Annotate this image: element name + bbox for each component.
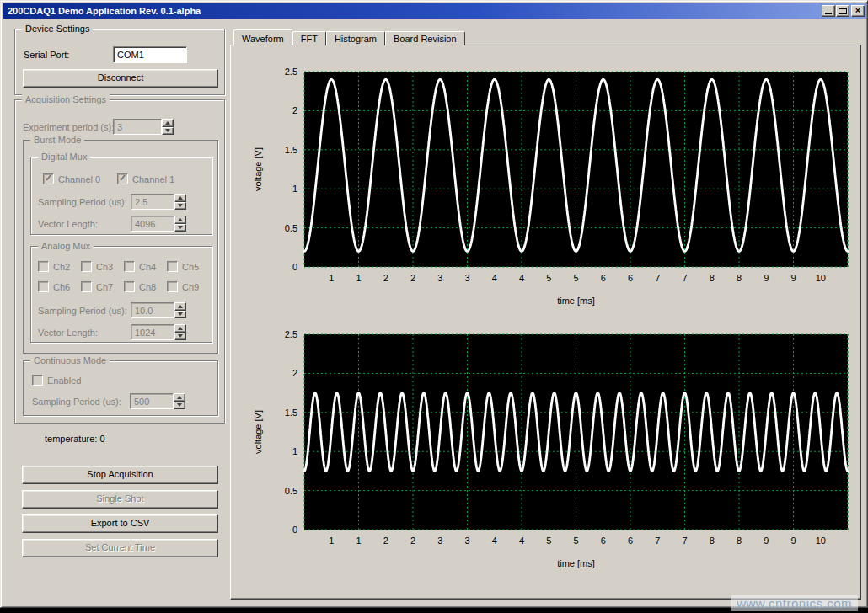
x-tick-label: 4 — [492, 536, 497, 546]
spinner-value[interactable]: 3 — [113, 119, 162, 135]
spinner-down-icon[interactable] — [174, 402, 185, 410]
x-tick-label: 3 — [464, 536, 469, 546]
x-tick-label: 4 — [519, 536, 524, 546]
spinner-down-icon[interactable] — [174, 333, 186, 341]
checkbox-box[interactable] — [38, 261, 49, 272]
checkbox-label: Ch7 — [96, 282, 113, 292]
checkbox-label: Channel 1 — [132, 174, 174, 184]
spinner-value[interactable]: 10.0 — [131, 302, 174, 318]
spinner-up-icon[interactable] — [174, 393, 185, 402]
x-tick-label: 1 — [329, 536, 334, 546]
checkbox-channel-0[interactable]: Channel 0 — [43, 173, 100, 184]
checkbox-label: Ch5 — [182, 262, 199, 272]
spinner-value[interactable]: 500 — [130, 393, 174, 409]
waveform-chart-top: 00.511.522.511223344556677889910time [ms… — [249, 65, 856, 316]
checkbox-ch5[interactable]: Ch5 — [167, 261, 199, 272]
checkbox-box[interactable] — [117, 173, 128, 184]
analog-vector-length-spinner[interactable]: 1024 — [131, 324, 186, 340]
tab-histogram[interactable]: Histogram — [326, 31, 385, 45]
x-tick-label: 9 — [764, 536, 769, 546]
serial-port-label: Serial Port: — [24, 50, 69, 60]
spinner-buttons — [174, 216, 186, 232]
checkbox-ch9[interactable]: Ch9 — [167, 281, 199, 292]
spinner-down-icon[interactable] — [162, 127, 174, 136]
window-title: 200CDAQ1 Demo Application Rev. 0.1-alpha — [8, 6, 201, 16]
waveform-chart-bottom: 00.511.522.511223344556677889910time [ms… — [249, 328, 856, 578]
checkbox-box[interactable] — [124, 281, 135, 292]
spinner-down-icon[interactable] — [174, 311, 186, 319]
y-tick-label: 2.5 — [285, 329, 297, 339]
checkbox-box[interactable] — [43, 173, 54, 184]
stop-acquisition-button[interactable]: Stop Acquisition — [22, 466, 218, 484]
spinner-up-icon[interactable] — [174, 194, 186, 202]
checkbox-ch2[interactable]: Ch2 — [38, 261, 70, 272]
tab-waveform[interactable]: Waveform — [233, 29, 292, 46]
checkbox-ch6[interactable]: Ch6 — [38, 281, 70, 292]
device-settings-group: Device Settings Serial Port: COM1 Discon… — [14, 29, 225, 95]
checkbox-box[interactable] — [167, 281, 178, 292]
maximize-icon[interactable] — [836, 5, 849, 17]
checkbox-channel-1[interactable]: Channel 1 — [117, 173, 174, 184]
x-tick-label: 7 — [682, 536, 687, 546]
title-bar[interactable]: 200CDAQ1 Demo Application Rev. 0.1-alpha… — [3, 3, 866, 19]
analog-vector-length-label: Vector Length: — [38, 328, 98, 338]
analog-mux-group: Analog Mux Ch2 Ch3 Ch4 Ch5 — [30, 246, 212, 343]
window-controls: × — [821, 5, 865, 17]
close-glyph: × — [852, 5, 864, 16]
experiment-period-label: Experiment period (s): — [23, 122, 114, 132]
x-tick-label: 9 — [790, 536, 796, 546]
digital-vector-length-label: Vector Length: — [38, 219, 98, 229]
digital-sampling-period-spinner[interactable]: 2.5 — [131, 194, 186, 210]
checkbox-ch3[interactable]: Ch3 — [81, 261, 113, 272]
single-shot-button[interactable]: Single Shot — [22, 490, 218, 509]
continuous-sampling-period-spinner[interactable]: 500 — [130, 393, 185, 409]
x-tick-label: 8 — [710, 536, 715, 546]
burst-mode-group: Burst Mode Digital Mux Channel 0 Channel… — [23, 140, 218, 354]
checkbox-box[interactable] — [32, 375, 43, 386]
serial-port-input[interactable]: COM1 — [113, 46, 187, 63]
spinner-buttons — [174, 393, 185, 409]
x-tick-label: 2 — [410, 536, 415, 546]
x-tick-label: 3 — [464, 273, 469, 283]
spinner-up-icon[interactable] — [174, 324, 186, 333]
x-tick-label: 6 — [628, 273, 633, 283]
spinner-value[interactable]: 2.5 — [131, 194, 174, 210]
experiment-period-spinner[interactable]: 3 — [113, 119, 174, 135]
checkbox-box[interactable] — [167, 261, 178, 272]
close-icon[interactable]: × — [851, 5, 865, 17]
x-axis-label: time [ms] — [557, 558, 595, 568]
checkbox-box[interactable] — [124, 261, 135, 272]
spinner-down-icon[interactable] — [174, 202, 186, 211]
checkbox-box[interactable] — [81, 281, 92, 292]
checkbox-ch7[interactable]: Ch7 — [81, 281, 113, 292]
spinner-up-icon[interactable] — [174, 302, 186, 311]
spinner-buttons — [174, 324, 186, 340]
tab-board-revision[interactable]: Board Revision — [385, 31, 465, 45]
acquisition-settings-group: Acquisition Settings Experiment period (… — [14, 99, 225, 424]
tab-fft[interactable]: FFT — [292, 31, 326, 45]
export-to-csv-button[interactable]: Export to CSV — [22, 514, 218, 533]
spinner-value[interactable]: 1024 — [131, 324, 174, 340]
x-tick-label: 5 — [573, 536, 578, 546]
checkbox-box[interactable] — [38, 281, 49, 292]
x-tick-label: 2 — [410, 273, 415, 283]
checkbox-enabled[interactable]: Enabled — [32, 375, 81, 386]
minimize-icon[interactable] — [822, 5, 835, 17]
y-tick-label: 2 — [292, 105, 297, 115]
spinner-up-icon[interactable] — [162, 119, 174, 127]
spinner-up-icon[interactable] — [174, 216, 186, 224]
spinner-value[interactable]: 4096 — [131, 216, 174, 232]
minimize-glyph — [825, 13, 832, 14]
checkbox-label: Ch4 — [139, 262, 156, 272]
disconnect-button[interactable]: Disconnect — [23, 69, 218, 88]
digital-vector-length-spinner[interactable]: 4096 — [131, 216, 186, 232]
checkbox-ch4[interactable]: Ch4 — [124, 261, 156, 272]
x-tick-label: 2 — [383, 536, 388, 546]
spinner-down-icon[interactable] — [174, 224, 186, 232]
analog-sampling-period-spinner[interactable]: 10.0 — [131, 302, 186, 318]
checkbox-box[interactable] — [81, 261, 92, 272]
x-tick-label: 8 — [737, 536, 742, 546]
checkbox-ch8[interactable]: Ch8 — [124, 281, 156, 292]
x-tick-label: 3 — [437, 536, 442, 546]
set-current-time-button[interactable]: Set Current Time — [22, 539, 218, 557]
